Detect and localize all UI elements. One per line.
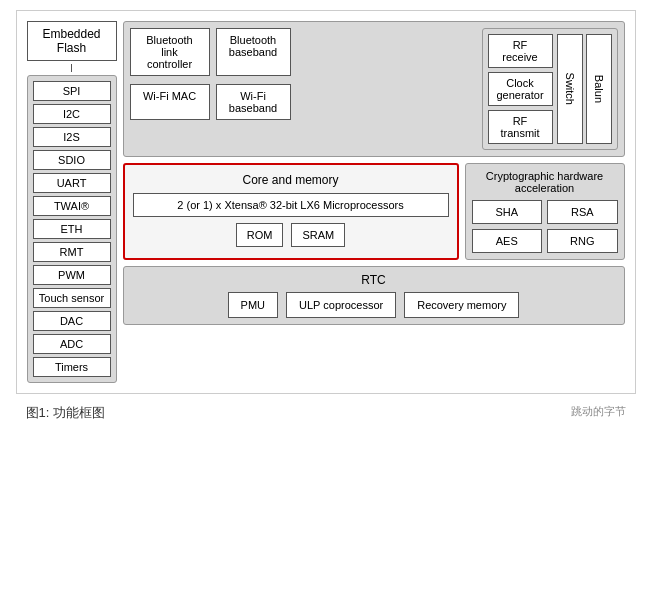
rom-sram-row: ROM SRAM	[133, 223, 449, 247]
diagram-container: Embedded Flash SPI I2C I2S SDIO UART TWA…	[16, 10, 636, 394]
aes-box: AES	[472, 229, 543, 253]
switch-label: Switch	[564, 73, 576, 105]
eth-box: ETH	[33, 219, 111, 239]
ulp-box: ULP coprocessor	[286, 292, 396, 318]
sram-label: SRAM	[302, 229, 334, 241]
rsa-box: RSA	[547, 200, 618, 224]
crypto-title: Cryptographic hardware acceleration	[472, 170, 618, 194]
pwm-box: PWM	[33, 265, 111, 285]
connector-line	[71, 64, 72, 72]
pmu-box: PMU	[228, 292, 278, 318]
switch-balun-col: Switch Balun	[557, 34, 612, 144]
wireless-bottom-row: Wi-Fi MAC Wi-Fi baseband	[130, 84, 476, 120]
sdio-box: SDIO	[33, 150, 111, 170]
bt-baseband-box: Bluetooth baseband	[216, 28, 291, 76]
recovery-memory-box: Recovery memory	[404, 292, 519, 318]
pmu-label: PMU	[241, 299, 265, 311]
xtensa-label: 2 (or 1) x Xtensa® 32-bit LX6 Microproce…	[177, 199, 403, 211]
rng-box: RNG	[547, 229, 618, 253]
balun-box: Balun	[586, 34, 612, 144]
rf-transmit-label: RF transmit	[500, 115, 539, 139]
sha-box: SHA	[472, 200, 543, 224]
rtc-section: RTC PMU ULP coprocessor Recovery memory	[123, 266, 625, 325]
embedded-flash-label: Embedded Flash	[42, 27, 100, 55]
timers-box: Timers	[33, 357, 111, 377]
adc-box: ADC	[33, 334, 111, 354]
clock-generator-box: Clock generator	[488, 72, 553, 106]
crypto-grid: SHA RSA AES RNG	[472, 200, 618, 253]
rf-transmit-box: RF transmit	[488, 110, 553, 144]
bt-controller-label: Bluetooth link controller	[146, 34, 192, 70]
rf-section: RF receive Clock generator RF transmit S…	[482, 28, 618, 150]
core-title: Core and memory	[133, 173, 449, 187]
core-memory-section: Core and memory 2 (or 1) x Xtensa® 32-bi…	[123, 163, 459, 260]
bt-baseband-label: Bluetooth baseband	[229, 34, 277, 58]
caption-brand: 跳动的字节	[571, 404, 626, 422]
left-column: Embedded Flash SPI I2C I2S SDIO UART TWA…	[27, 21, 117, 383]
rf-receive-label: RF receive	[502, 39, 537, 63]
bt-controller-box: Bluetooth link controller	[130, 28, 210, 76]
wireless-top-row: Bluetooth link controller Bluetooth base…	[130, 28, 476, 76]
i2c-box: I2C	[33, 104, 111, 124]
embedded-flash-box: Embedded Flash	[27, 21, 117, 61]
uart-box: UART	[33, 173, 111, 193]
caption: 图1: 功能框图 跳动的字节	[16, 404, 636, 422]
left-interfaces: SPI I2C I2S SDIO UART TWAI® ETH RMT PWM …	[27, 75, 117, 383]
switch-box: Switch	[557, 34, 583, 144]
clock-generator-label: Clock generator	[496, 77, 543, 101]
rtc-items: PMU ULP coprocessor Recovery memory	[130, 292, 618, 318]
wifi-baseband-box: Wi-Fi baseband	[216, 84, 291, 120]
twai-box: TWAI®	[33, 196, 111, 216]
recovery-memory-label: Recovery memory	[417, 299, 506, 311]
wifi-baseband-label: Wi-Fi baseband	[229, 90, 277, 114]
rf-col: RF receive Clock generator RF transmit	[488, 34, 553, 144]
rom-box: ROM	[236, 223, 284, 247]
main-layout: Embedded Flash SPI I2C I2S SDIO UART TWA…	[27, 21, 625, 383]
rtc-title: RTC	[130, 273, 618, 287]
rom-label: ROM	[247, 229, 273, 241]
wifi-mac-label: Wi-Fi MAC	[143, 90, 196, 102]
xtensa-box: 2 (or 1) x Xtensa® 32-bit LX6 Microproce…	[133, 193, 449, 217]
touch-sensor-box: Touch sensor	[33, 288, 111, 308]
i2s-box: I2S	[33, 127, 111, 147]
dac-box: DAC	[33, 311, 111, 331]
caption-text: 图1: 功能框图	[26, 404, 105, 422]
spi-box: SPI	[33, 81, 111, 101]
crypto-section: Cryptographic hardware acceleration SHA …	[465, 163, 625, 260]
wireless-section: Bluetooth link controller Bluetooth base…	[123, 21, 625, 157]
rf-receive-box: RF receive	[488, 34, 553, 68]
right-main: Bluetooth link controller Bluetooth base…	[123, 21, 625, 383]
rmt-box: RMT	[33, 242, 111, 262]
middle-section: Core and memory 2 (or 1) x Xtensa® 32-bi…	[123, 163, 625, 260]
wifi-mac-box: Wi-Fi MAC	[130, 84, 210, 120]
balun-label: Balun	[593, 75, 605, 103]
ulp-label: ULP coprocessor	[299, 299, 383, 311]
sram-box: SRAM	[291, 223, 345, 247]
